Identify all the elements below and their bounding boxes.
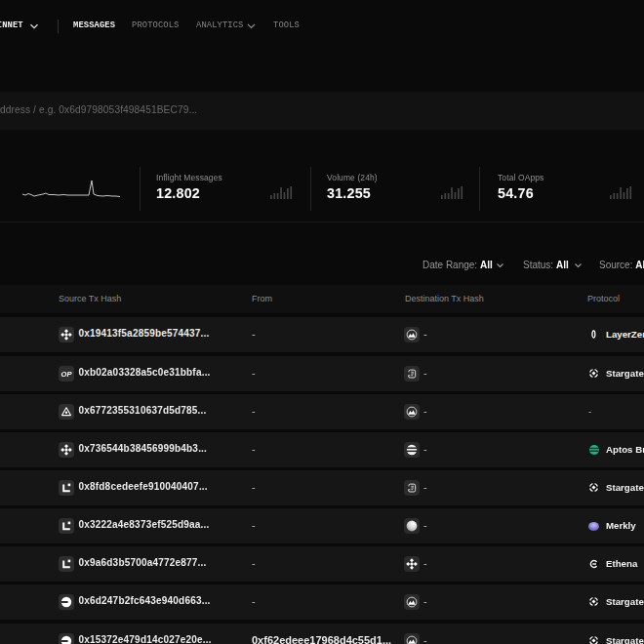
svg-text:OP: OP bbox=[61, 370, 72, 379]
